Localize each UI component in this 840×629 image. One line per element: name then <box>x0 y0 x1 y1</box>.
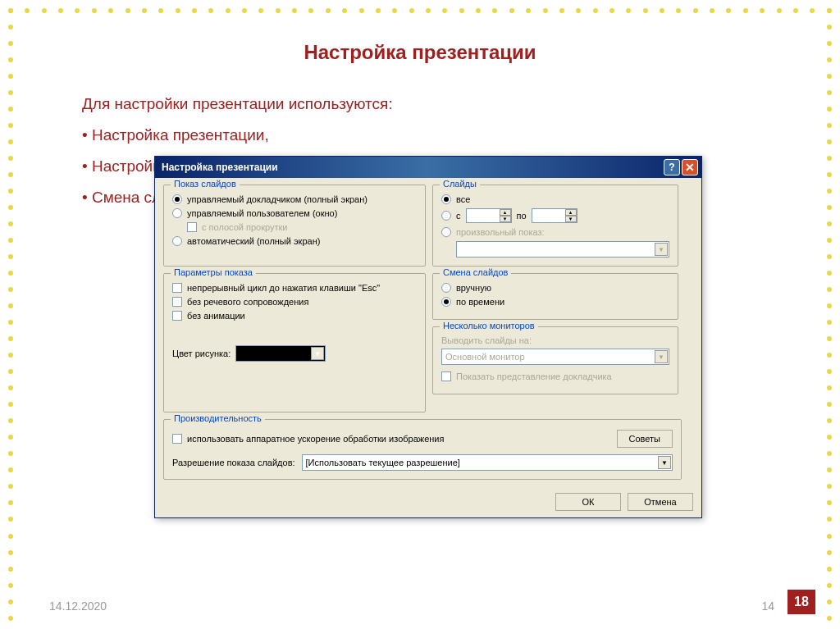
spinner-to-input[interactable] <box>532 209 565 222</box>
radio-presenter[interactable] <box>172 194 182 204</box>
monitors-group: Несколько мониторов Выводить слайды на: … <box>432 326 678 394</box>
dialog-footer: ОК Отмена <box>155 486 701 517</box>
show-type-group: Показ слайдов управляемый докладчиком (п… <box>163 185 426 267</box>
footer-date: 14.12.2020 <box>49 599 107 613</box>
radio-range[interactable] <box>441 211 451 221</box>
label-manual: вручную <box>456 283 491 293</box>
label-loop: непрерывный цикл до нажатия клавиши "Esc… <box>187 283 380 293</box>
checkbox-no-animation[interactable] <box>172 311 182 321</box>
performance-group: Производительность использовать аппаратн… <box>163 419 682 480</box>
label-pen-color: Цвет рисунка: <box>172 349 231 358</box>
monitors-legend: Несколько мониторов <box>440 321 538 330</box>
custom-show-dropdown: ▼ <box>456 241 669 258</box>
perf-legend: Производительность <box>171 413 265 423</box>
tips-button[interactable]: Советы <box>617 430 673 448</box>
advance-group: Смена слайдов вручную по времени <box>432 273 678 320</box>
label-custom-show: произвольный показ: <box>456 227 545 237</box>
label-output-on: Выводить слайды на: <box>441 335 669 345</box>
checkbox-scrollbar <box>187 222 197 232</box>
spinner-to[interactable]: ▲▼ <box>532 208 578 223</box>
slides-legend: Слайды <box>440 179 480 189</box>
checkbox-hw-accel[interactable] <box>172 434 182 444</box>
label-hw-accel: использовать аппаратное ускорение обрабо… <box>187 434 444 444</box>
dropdown-arrow-icon[interactable]: ▼ <box>658 456 671 469</box>
pen-color-dropdown[interactable]: ▼ <box>235 345 326 362</box>
help-button[interactable]: ? <box>664 159 680 175</box>
close-button[interactable]: ✕ <box>682 159 698 175</box>
spinner-from-input[interactable] <box>467 209 500 222</box>
show-type-legend: Показ слайдов <box>171 179 240 189</box>
resolution-dropdown[interactable]: [Использовать текущее разрешение] ▼ <box>302 454 673 471</box>
label-presenter: управляемый докладчиком (полный экран) <box>187 194 368 204</box>
dropdown-arrow-icon: ▼ <box>655 243 668 256</box>
monitor-dropdown: Основной монитор ▼ <box>441 349 669 365</box>
show-params-group: Параметры показа непрерывный цикл до наж… <box>163 273 426 412</box>
label-presenter-view: Показать представление докладчика <box>456 371 612 381</box>
label-timed: по времени <box>456 297 504 307</box>
checkbox-presenter-view <box>441 371 451 381</box>
label-from: с <box>456 211 461 221</box>
dropdown-arrow-icon[interactable]: ▼ <box>311 347 324 360</box>
slide-footer: 14.12.2020 14 <box>49 599 774 613</box>
params-legend: Параметры показа <box>171 267 256 277</box>
label-to: по <box>517 211 527 221</box>
spinner-from[interactable]: ▲▼ <box>466 208 512 223</box>
label-no-narration: без речевого сопровождения <box>187 297 308 307</box>
monitor-value: Основной монитор <box>445 352 525 362</box>
ok-button[interactable]: ОК <box>555 493 621 511</box>
titlebar-text: Настройка презентации <box>162 162 662 173</box>
slide-intro: Для настройки презентации используются: <box>82 89 807 120</box>
footer-page: 14 <box>761 599 774 613</box>
radio-auto[interactable] <box>172 236 182 246</box>
presentation-settings-dialog: Настройка презентации ? ✕ Показ слайдов … <box>154 156 702 518</box>
label-user: управляемый пользователем (окно) <box>187 208 337 218</box>
page-badge: 18 <box>788 590 815 614</box>
radio-timed[interactable] <box>441 297 451 307</box>
resolution-value: [Использовать текущее разрешение] <box>306 458 460 467</box>
slide-bullet-1: • Настройка презентации, <box>82 120 807 151</box>
radio-all-slides[interactable] <box>441 194 451 204</box>
cancel-button[interactable]: Отмена <box>628 493 693 511</box>
radio-manual[interactable] <box>441 283 451 293</box>
radio-custom-show <box>441 227 451 237</box>
label-all-slides: все <box>456 194 470 204</box>
label-auto: автоматический (полный экран) <box>187 236 320 246</box>
slide-title: Настройка презентации <box>33 41 807 64</box>
advance-legend: Смена слайдов <box>440 267 511 277</box>
radio-user[interactable] <box>172 208 182 218</box>
label-scrollbar: с полосой прокрутки <box>202 222 287 232</box>
checkbox-no-narration[interactable] <box>172 297 182 307</box>
titlebar[interactable]: Настройка презентации ? ✕ <box>155 157 701 178</box>
label-no-animation: без анимации <box>187 311 245 321</box>
label-resolution: Разрешение показа слайдов: <box>172 458 295 467</box>
dropdown-arrow-icon: ▼ <box>655 350 668 363</box>
checkbox-loop[interactable] <box>172 283 182 293</box>
slides-group: Слайды все с ▲▼ по ▲▼ произв <box>432 185 678 267</box>
